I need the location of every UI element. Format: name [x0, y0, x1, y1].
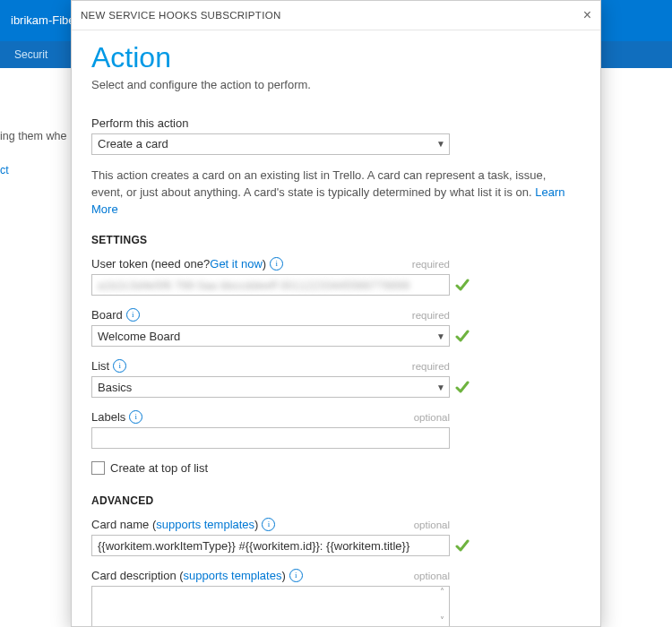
optional-hint: optional	[414, 571, 450, 581]
checkbox-icon[interactable]	[91, 461, 105, 475]
chevron-down-icon: ▼	[436, 139, 445, 149]
info-icon[interactable]: i	[289, 569, 303, 582]
card-name-label: Card name (supports templates) i optiona…	[91, 518, 450, 531]
list-select[interactable]: Basics ▼	[91, 376, 450, 398]
perform-action-select[interactable]: Create a card ▼	[91, 133, 450, 155]
user-token-label: User token (need one? Get it now ) i req…	[91, 257, 450, 271]
modal-header-title: NEW SERVICE HOOKS SUBSCRIPTION	[81, 10, 281, 21]
card-description-textarea[interactable]	[91, 586, 450, 626]
optional-hint: optional	[414, 412, 450, 423]
page-title: Action	[91, 41, 581, 74]
labels-label: Labels i optional	[91, 410, 450, 424]
valid-check-icon	[455, 329, 470, 343]
page-subtitle: Select and configure the action to perfo…	[91, 78, 581, 91]
optional-hint: optional	[414, 520, 450, 530]
valid-check-icon	[455, 538, 470, 553]
create-top-label: Create at top of list	[110, 461, 208, 475]
valid-check-icon	[455, 380, 470, 394]
action-description: This action creates a card on an existin…	[91, 167, 581, 219]
perform-action-label: Perform this action	[91, 116, 581, 130]
labels-input[interactable]	[91, 427, 450, 449]
info-icon[interactable]: i	[270, 257, 283, 271]
supports-templates-link[interactable]: supports templates	[156, 518, 254, 531]
card-name-input[interactable]	[91, 535, 450, 556]
list-value: Basics	[98, 381, 132, 394]
board-label: Board i required	[91, 308, 450, 322]
supports-templates-link[interactable]: supports templates	[184, 569, 282, 582]
background-text-fragment: ing them whe	[0, 130, 66, 142]
required-hint: required	[412, 310, 450, 321]
close-icon[interactable]: ×	[583, 8, 591, 22]
required-hint: required	[412, 361, 450, 372]
chevron-down-icon: ▼	[436, 382, 445, 392]
perform-action-value: Create a card	[98, 137, 168, 150]
settings-heading: SETTINGS	[91, 234, 581, 246]
service-hooks-subscription-modal: NEW SERVICE HOOKS SUBSCRIPTION × Action …	[71, 0, 601, 627]
chevron-down-icon: ▼	[436, 331, 445, 341]
info-icon[interactable]: i	[262, 518, 275, 531]
background-link-fragment[interactable]: ct	[0, 164, 9, 176]
modal-header: NEW SERVICE HOOKS SUBSCRIPTION ×	[72, 1, 600, 30]
get-it-now-link[interactable]: Get it now	[210, 257, 263, 271]
user-token-input[interactable]: a1b2c3d4e5f6 789 0aa bbccddeeff 00112233…	[91, 274, 450, 296]
advanced-heading: ADVANCED	[91, 494, 581, 507]
card-description-label: Card description (supports templates) i …	[91, 569, 450, 582]
valid-check-icon	[455, 278, 470, 292]
board-select[interactable]: Welcome Board ▼	[91, 325, 450, 347]
create-top-checkbox-row[interactable]: Create at top of list	[91, 461, 581, 475]
list-label: List i required	[91, 359, 450, 373]
board-value: Welcome Board	[98, 330, 180, 343]
info-icon[interactable]: i	[113, 359, 126, 373]
info-icon[interactable]: i	[126, 308, 140, 322]
info-icon[interactable]: i	[129, 410, 142, 424]
required-hint: required	[412, 259, 450, 270]
subnav-tab-security[interactable]: Securit	[0, 41, 62, 68]
